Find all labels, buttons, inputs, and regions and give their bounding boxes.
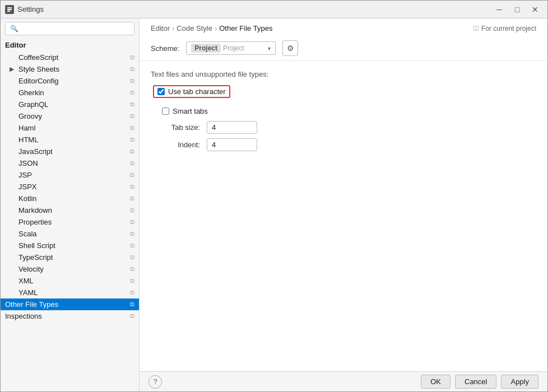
sidebar-item-label: JSP: [18, 171, 32, 179]
sidebar-item-label: JavaScript: [18, 147, 53, 156]
sidebar-item-haml[interactable]: Haml ⧉: [1, 122, 139, 134]
copy-icon: ⧉: [130, 277, 134, 284]
sidebar-item-style-sheets[interactable]: ▶ Style Sheets ⧉: [1, 63, 139, 75]
sidebar-item-gherkin[interactable]: Gherkin ⧉: [1, 87, 139, 99]
sidebar-list: Editor CoffeeScript ⧉ ▶ Style Sheets ⧉: [1, 39, 139, 391]
maximize-button[interactable]: □: [509, 4, 525, 15]
copy-icon: ⧉: [130, 242, 134, 249]
scheme-dropdown[interactable]: Project Project ▾: [186, 41, 276, 55]
copy-icon: ⧉: [130, 230, 134, 237]
close-button[interactable]: ✕: [527, 4, 543, 15]
copy-icon: ⧉: [130, 136, 134, 143]
sidebar-item-label: JSON: [18, 159, 38, 167]
sidebar-item-label: CoffeeScript: [18, 53, 58, 62]
sidebar-item-label: Haml: [18, 124, 35, 132]
sidebar-item-scala[interactable]: Scala ⧉: [1, 228, 139, 240]
scheme-row: Scheme: Project Project ▾ ⚙: [140, 36, 547, 61]
sidebar-item-jsp[interactable]: JSP ⧉: [1, 169, 139, 181]
breadcrumb-current: Other File Types: [219, 24, 272, 32]
scheme-badge: Project: [191, 44, 221, 53]
copy-icon: ⧉: [130, 124, 134, 132]
sidebar-item-kotlin[interactable]: Kotlin ⧉: [1, 193, 139, 204]
sidebar-item-velocity[interactable]: Velocity ⧉: [1, 263, 139, 275]
project-icon: ☑: [473, 25, 479, 32]
section-title: Text files and unsupported file types:: [151, 70, 536, 78]
scheme-project-name: Project: [223, 44, 266, 52]
sidebar-item-html[interactable]: HTML ⧉: [1, 134, 139, 146]
sidebar-item-other-file-types[interactable]: Other File Types ⧉: [1, 298, 139, 310]
sidebar-item-markdown[interactable]: Markdown ⧉: [1, 204, 139, 216]
copy-icon: ⧉: [130, 101, 134, 108]
sidebar-item-xml[interactable]: XML ⧉: [1, 275, 139, 287]
sidebar-item-label: Style Sheets: [18, 65, 59, 73]
sidebar-item-label: EditorConfig: [18, 77, 59, 85]
search-box[interactable]: 🔍: [5, 22, 134, 35]
svg-rect-3: [7, 11, 10, 12]
use-tab-character-highlight: Use tab character: [153, 85, 230, 98]
sidebar-item-label: Kotlin: [18, 194, 37, 203]
ok-button[interactable]: OK: [421, 375, 451, 389]
for-current-project: ☑ For current project: [473, 25, 536, 32]
copy-icon: ⧉: [130, 265, 134, 273]
scheme-label: Scheme:: [151, 44, 179, 53]
sidebar-item-graphql[interactable]: GraphQL ⧉: [1, 99, 139, 110]
use-tab-character-row: Use tab character: [153, 85, 536, 102]
copy-icon: ⧉: [130, 183, 134, 190]
editor-section-header[interactable]: Editor: [1, 39, 139, 52]
svg-rect-1: [7, 7, 12, 8]
gear-button[interactable]: ⚙: [282, 40, 298, 56]
settings-window: Settings ─ □ ✕ 🔍 Editor CoffeeScript ⧉: [0, 0, 548, 392]
sidebar-item-inspections[interactable]: Inspections ⧉: [1, 310, 139, 322]
sidebar-item-coffeescript[interactable]: CoffeeScript ⧉: [1, 52, 139, 63]
copy-icon: ⧉: [130, 254, 134, 261]
smart-tabs-checkbox[interactable]: [162, 108, 169, 115]
copy-icon: ⧉: [130, 89, 134, 96]
sidebar-item-json[interactable]: JSON ⧉: [1, 157, 139, 169]
editor-settings-area: Text files and unsupported file types: U…: [140, 61, 547, 371]
tab-size-input[interactable]: [207, 121, 257, 134]
sidebar-item-javascript[interactable]: JavaScript ⧉: [1, 146, 139, 157]
search-input[interactable]: [21, 25, 129, 32]
apply-button[interactable]: Apply: [501, 375, 538, 389]
for-project-label: For current project: [481, 25, 536, 32]
breadcrumb-sep-2: ›: [215, 24, 217, 32]
use-tab-character-label[interactable]: Use tab character: [168, 87, 226, 96]
svg-rect-2: [7, 9, 12, 10]
minimize-button[interactable]: ─: [491, 4, 507, 15]
use-tab-character-checkbox[interactable]: [157, 88, 165, 95]
sidebar-item-properties[interactable]: Properties ⧉: [1, 216, 139, 228]
sidebar-item-label: Scala: [18, 230, 37, 238]
sidebar-item-label: XML: [18, 277, 34, 285]
sidebar-item-label: HTML: [18, 136, 38, 144]
tab-size-label: Tab size:: [155, 123, 200, 132]
sidebar-item-label: YAML: [18, 288, 38, 297]
tab-size-row: Tab size:: [155, 121, 536, 134]
indent-input[interactable]: [207, 138, 257, 151]
copy-icon: ⧉: [130, 77, 134, 85]
bottom-bar: ? OK Cancel Apply: [140, 371, 547, 391]
sidebar-item-label: Properties: [18, 218, 52, 226]
help-button[interactable]: ?: [148, 375, 162, 389]
sidebar-item-yaml[interactable]: YAML ⧉: [1, 287, 139, 298]
copy-icon: ⧉: [130, 218, 134, 226]
sidebar-item-editorconfig[interactable]: EditorConfig ⧉: [1, 75, 139, 87]
sidebar-item-groovy[interactable]: Groovy ⧉: [1, 110, 139, 122]
smart-tabs-row: Smart tabs: [162, 107, 536, 115]
cancel-button[interactable]: Cancel: [455, 375, 496, 389]
breadcrumb-sep-1: ›: [172, 24, 174, 32]
sidebar-item-shell-script[interactable]: Shell Script ⧉: [1, 240, 139, 251]
sidebar-item-label: Gherkin: [18, 88, 44, 97]
main-panel: Editor › Code Style › Other File Types ☑…: [140, 18, 547, 391]
main-content: 🔍 Editor CoffeeScript ⧉ ▶ Style Sheets: [1, 18, 547, 391]
sidebar-item-label: Markdown: [18, 206, 52, 214]
breadcrumb-editor: Editor: [151, 24, 170, 32]
copy-icon: ⧉: [130, 312, 134, 320]
smart-tabs-label[interactable]: Smart tabs: [173, 107, 208, 115]
breadcrumb: Editor › Code Style › Other File Types ☑…: [140, 18, 547, 36]
indent-label: Indent:: [155, 141, 200, 149]
sidebar-item-jspx[interactable]: JSPX ⧉: [1, 181, 139, 193]
sidebar-item-typescript[interactable]: TypeScript ⧉: [1, 251, 139, 263]
sidebar: 🔍 Editor CoffeeScript ⧉ ▶ Style Sheets: [1, 18, 140, 391]
copy-icon: ⧉: [130, 66, 134, 73]
window-title: Settings: [17, 5, 491, 13]
